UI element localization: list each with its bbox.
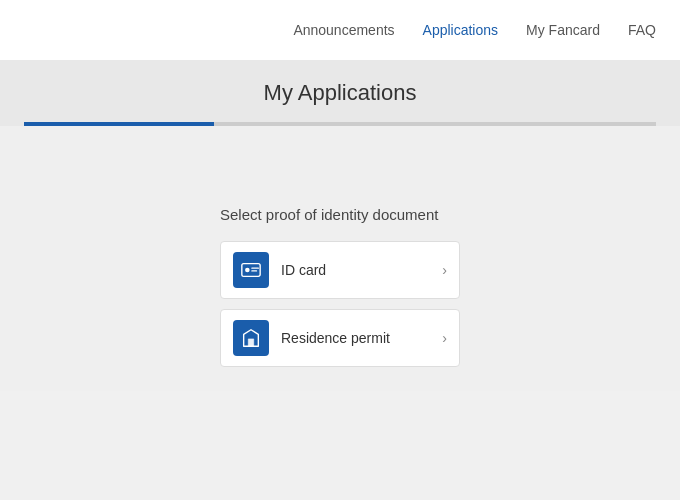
nav-item-announcements[interactable]: Announcements (293, 21, 394, 39)
nav-item-applications[interactable]: Applications (423, 21, 499, 39)
nav-item-my-fancard[interactable]: My Fancard (526, 21, 600, 39)
residence-permit-icon (240, 327, 262, 349)
id-card-label: ID card (281, 262, 442, 278)
id-card-icon (240, 259, 262, 281)
nav-menu: Announcements Applications My Fancard FA… (293, 21, 656, 39)
id-card-icon-wrapper (233, 252, 269, 288)
residence-permit-label: Residence permit (281, 330, 442, 346)
residence-permit-option[interactable]: Residence permit › (220, 309, 460, 367)
progress-bar-fill (24, 122, 214, 126)
nav-item-faq[interactable]: FAQ (628, 21, 656, 39)
main-content: Select proof of identity document ID car… (0, 126, 680, 391)
residence-permit-chevron-icon: › (442, 330, 447, 346)
nav-link-faq[interactable]: FAQ (628, 22, 656, 38)
page-title: My Applications (24, 80, 656, 122)
nav-link-announcements[interactable]: Announcements (293, 22, 394, 38)
nav-link-my-fancard[interactable]: My Fancard (526, 22, 600, 38)
svg-rect-0 (242, 264, 260, 277)
header: Announcements Applications My Fancard FA… (0, 0, 680, 60)
page-title-bar: My Applications (0, 60, 680, 126)
id-card-chevron-icon: › (442, 262, 447, 278)
nav-link-applications[interactable]: Applications (423, 22, 499, 38)
document-options-list: ID card › Residence permit › (220, 241, 460, 367)
residence-permit-icon-wrapper (233, 320, 269, 356)
id-card-option[interactable]: ID card › (220, 241, 460, 299)
section-label: Select proof of identity document (220, 206, 460, 223)
svg-point-1 (245, 268, 250, 273)
svg-rect-4 (248, 339, 254, 346)
